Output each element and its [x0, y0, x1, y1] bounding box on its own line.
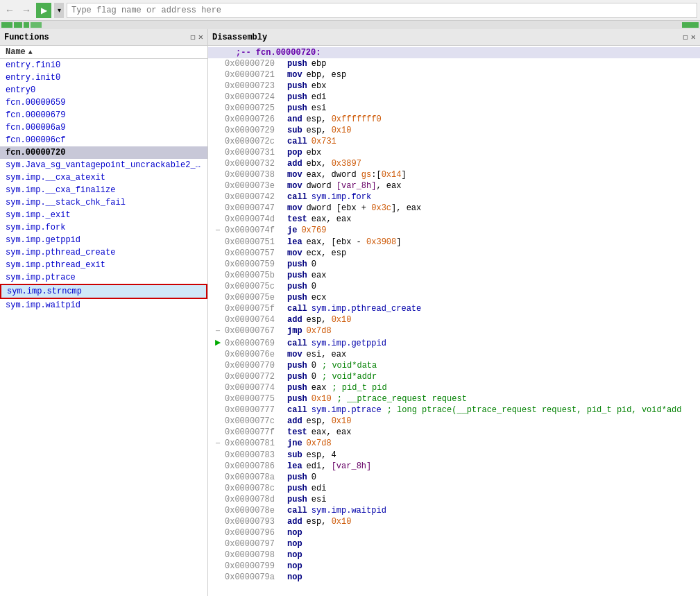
functions-panel-float-icon[interactable]: ◻	[191, 32, 196, 42]
pb-seg3	[24, 22, 29, 28]
disassembly-content[interactable]: ;-- fcn.00000720: 0x00000720push ebp 0x0…	[208, 46, 700, 596]
disasm-row[interactable]: 0x00000747mov dword [ebx + 0x3c], eax	[208, 203, 700, 214]
forward-button[interactable]: →	[19, 3, 33, 17]
fn-list-item[interactable]: sym.imp.strncmp	[0, 284, 207, 299]
functions-col-name: Name	[6, 47, 26, 57]
disasm-row[interactable]: 0x00000738mov eax, dword gs:[0x14]	[208, 169, 700, 180]
disasm-row[interactable]: 0x00000777call sym.imp.ptrace; long ptra…	[208, 405, 700, 416]
disasm-panel-float-icon[interactable]: ◻	[683, 32, 688, 42]
fn-list-item[interactable]: sym.imp.getppid	[0, 234, 207, 246]
disasm-row[interactable]: 0x0000078dpush esi	[208, 494, 700, 505]
fn-list-item[interactable]: entry.fini0	[0, 59, 207, 71]
fn-list-item[interactable]: sym.imp.ptrace	[0, 271, 207, 284]
main-layout: Functions ◻ ✕ Name ▲ entry.fini0entry.in…	[0, 29, 700, 596]
disassembly-panel: Disassembly ◻ ✕ ;-- fcn.00000720: 0x0000…	[208, 29, 700, 596]
disasm-row[interactable]: 0x00000751lea eax, [ebx - 0x3908]	[208, 237, 700, 248]
disasm-row[interactable]: 0x00000796nop	[208, 527, 700, 538]
functions-panel: Functions ◻ ✕ Name ▲ entry.fini0entry.in…	[0, 29, 208, 596]
disasm-row[interactable]: ;-- fcn.00000720:	[208, 47, 700, 58]
fn-list-item[interactable]: sym.imp.fork	[0, 221, 207, 234]
disasm-row[interactable]: ►0x00000769call sym.imp.getppid	[208, 337, 700, 349]
pb-seg5	[682, 22, 699, 28]
address-input[interactable]	[67, 3, 697, 18]
disasm-row[interactable]: 0x0000076emov esi, eax	[208, 349, 700, 360]
disasm-row[interactable]: 0x00000774push eax; pid_t pid	[208, 382, 700, 393]
disasm-row[interactable]: 0x0000078ecall sym.imp.waitpid	[208, 505, 700, 516]
disasm-row[interactable]: 0x00000757mov ecx, esp	[208, 248, 700, 259]
disasm-panel-close-icon[interactable]: ✕	[691, 32, 696, 42]
disasm-row[interactable]: 0x00000772push 0; void*addr	[208, 371, 700, 382]
disasm-row[interactable]: 0x0000077cadd esp, 0x10	[208, 416, 700, 427]
disasm-row[interactable]: 0x00000729sub esp, 0x10	[208, 125, 700, 136]
disasm-row[interactable]: ─0x0000074fje 0x769	[208, 225, 700, 237]
disasm-row[interactable]: 0x00000725push esi	[208, 103, 700, 114]
disasm-row[interactable]: 0x0000073emov dword [var_8h], eax	[208, 180, 700, 191]
disasm-row[interactable]: 0x0000075cpush 0	[208, 281, 700, 292]
disasm-row[interactable]: 0x00000770push 0; void*data	[208, 360, 700, 371]
disasm-row[interactable]: 0x0000078cpush edi	[208, 483, 700, 494]
disasm-row[interactable]: 0x00000720push ebp	[208, 58, 700, 69]
fn-list-item[interactable]: sym.Java_sg_vantagepoint_uncrackable2_Co…	[0, 159, 207, 171]
functions-col-header: Name ▲	[0, 46, 207, 59]
fn-list-item[interactable]: sym.imp.waitpid	[0, 299, 207, 312]
disasm-row[interactable]: 0x00000759push 0	[208, 259, 700, 270]
fn-list-item[interactable]: fcn.000006cf	[0, 134, 207, 146]
functions-panel-title: Functions	[4, 33, 49, 42]
disasm-row[interactable]: 0x0000074dtest eax, eax	[208, 214, 700, 225]
disasm-row[interactable]: 0x0000075bpush eax	[208, 270, 700, 281]
disasm-row[interactable]: 0x00000724push edi	[208, 92, 700, 103]
functions-list: entry.fini0entry.init0entry0fcn.00000659…	[0, 59, 207, 596]
disasm-row[interactable]: 0x00000731pop ebx	[208, 147, 700, 158]
toolbar: ← → ▶ ▾	[0, 0, 700, 21]
disasm-row[interactable]: 0x0000072ccall 0x731	[208, 136, 700, 147]
disasm-row[interactable]: 0x00000793add esp, 0x10	[208, 516, 700, 527]
fn-list-item[interactable]: sym.imp.__stack_chk_fail	[0, 196, 207, 209]
fn-list-item[interactable]: sym.imp.__cxa_finalize	[0, 184, 207, 196]
fn-list-item[interactable]: sym.imp.__cxa_atexit	[0, 171, 207, 184]
disasm-row[interactable]: 0x00000726and esp, 0xfffffff0	[208, 114, 700, 125]
disassembly-panel-header: Disassembly ◻ ✕	[208, 29, 700, 46]
fn-list-item[interactable]: entry0	[0, 84, 207, 96]
disassembly-panel-icons: ◻ ✕	[683, 32, 696, 42]
fn-list-item[interactable]: fcn.00000659	[0, 96, 207, 109]
disasm-row[interactable]: 0x00000799nop	[208, 561, 700, 572]
fn-list-item[interactable]: sym.imp.pthread_exit	[0, 259, 207, 271]
disasm-row[interactable]: 0x00000742call sym.imp.fork	[208, 191, 700, 203]
disasm-row[interactable]: 0x00000797nop	[208, 538, 700, 550]
disasm-row[interactable]: 0x00000721mov ebp, esp	[208, 69, 700, 80]
disasm-row[interactable]: 0x0000077ftest eax, eax	[208, 427, 700, 438]
functions-panel-close-icon[interactable]: ✕	[198, 32, 203, 42]
disasm-row[interactable]: 0x00000732add ebx, 0x3897	[208, 158, 700, 169]
disasm-row[interactable]: 0x00000798nop	[208, 550, 700, 561]
disassembly-panel-title: Disassembly	[212, 33, 267, 42]
disasm-row[interactable]: 0x00000723push ebx	[208, 80, 700, 92]
disasm-row[interactable]: 0x00000786lea edi, [var_8h]	[208, 461, 700, 472]
functions-panel-icons: ◻ ✕	[191, 32, 203, 42]
disasm-row[interactable]: 0x00000764add esp, 0x10	[208, 314, 700, 325]
fn-list-item[interactable]: entry.init0	[0, 71, 207, 84]
pb-seg1	[1, 22, 12, 28]
pb-seg2	[14, 22, 22, 28]
fn-list-item[interactable]: fcn.000006a9	[0, 121, 207, 134]
functions-panel-header: Functions ◻ ✕	[0, 29, 207, 46]
disasm-row[interactable]: 0x0000079anop	[208, 572, 700, 583]
disasm-row[interactable]: 0x00000775push 0x10; __ptrace_request re…	[208, 393, 700, 405]
progress-bar	[0, 21, 700, 29]
disasm-row[interactable]: ─0x00000767jmp 0x7d8	[208, 325, 700, 337]
fn-list-item[interactable]: sym.imp.pthread_create	[0, 246, 207, 259]
disasm-row[interactable]: ─0x00000781jne 0x7d8	[208, 438, 700, 450]
functions-sort-icon[interactable]: ▲	[28, 49, 33, 56]
disasm-row[interactable]: 0x00000783sub esp, 4	[208, 450, 700, 461]
run-dropdown-button[interactable]: ▾	[54, 3, 64, 18]
pb-seg4	[31, 22, 42, 28]
run-button[interactable]: ▶	[36, 3, 51, 18]
fn-list-item[interactable]: fcn.00000679	[0, 109, 207, 121]
fn-list-item[interactable]: sym.imp._exit	[0, 209, 207, 221]
disasm-row[interactable]: 0x0000078apush 0	[208, 472, 700, 483]
fn-list-item[interactable]: fcn.00000720	[0, 146, 207, 159]
back-button[interactable]: ←	[3, 3, 17, 17]
disasm-row[interactable]: 0x0000075fcall sym.imp.pthread_create	[208, 303, 700, 314]
disasm-row[interactable]: 0x0000075epush ecx	[208, 292, 700, 303]
